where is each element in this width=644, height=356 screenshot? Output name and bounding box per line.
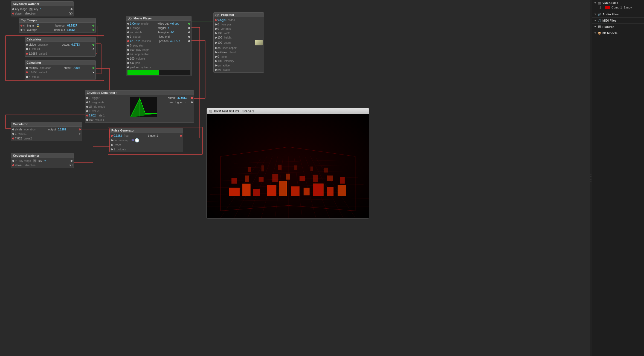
c3-port-out (79, 129, 81, 130)
proj-p10 (215, 60, 217, 62)
pictures-label: Pictures (602, 25, 614, 28)
proj-p7 (215, 47, 217, 49)
projector-node: Projector vid-gpu video 0 horz pos 0 ver… (213, 12, 264, 73)
tt-port-bpm (92, 25, 94, 27)
tt-title: Tap Tempo (19, 18, 95, 23)
env-p5 (86, 115, 88, 116)
3d-models-label: 3D Models (602, 31, 617, 35)
midi-files-section[interactable]: ▼ 🎵 MIDI Files (592, 17, 644, 24)
mp-p3-r (188, 31, 190, 33)
mp-p2-r (188, 27, 190, 29)
svg-rect-58 (291, 186, 300, 196)
svg-rect-56 (267, 185, 276, 196)
3d-models-icon: 📦 (597, 31, 601, 35)
mp-progress (127, 70, 190, 75)
svg-rect-73 (262, 165, 264, 171)
mp-eye-icon (128, 17, 132, 20)
proj-p12 (215, 69, 217, 71)
stage-canvas (207, 114, 369, 218)
kw1-port-1 (12, 8, 14, 10)
mp-title: Movie Player (126, 16, 191, 21)
svg-rect-64 (245, 176, 249, 182)
3d-models-section[interactable]: ▼ 📦 3D Models (592, 30, 644, 36)
mp-p11 (127, 66, 129, 68)
svg-rect-54 (242, 184, 251, 196)
c2-port-out (92, 67, 94, 69)
mp-p1 (127, 23, 129, 25)
svg-rect-77 (324, 168, 328, 173)
env-p2 (86, 101, 88, 103)
svg-rect-63 (231, 178, 237, 184)
svg-rect-57 (279, 181, 287, 196)
env-p4 (86, 110, 88, 112)
snowflake-icon: ❄ (131, 138, 134, 142)
canvas-area: Keyboard Watcher key range N key '' down… (0, 0, 317, 356)
svg-rect-75 (294, 165, 297, 170)
midi-files-icon: 🎵 (597, 19, 601, 22)
svg-rect-74 (278, 165, 282, 170)
svg-rect-60 (313, 184, 324, 196)
c1-port-v1 (26, 48, 28, 50)
video-files-section[interactable]: ▼ 🎬 Video Files 1 Comp 1_1.mov (592, 0, 644, 11)
panel-divider[interactable] (590, 0, 592, 356)
keyboard-watcher-1: Keyboard Watcher key range N key '' down… (11, 1, 74, 16)
kw2-title: Keyboard Watcher (11, 153, 74, 158)
svg-rect-62 (338, 185, 346, 196)
mp-p1-r (188, 23, 190, 25)
mp-p10 (127, 62, 129, 64)
svg-rect-33 (207, 114, 369, 218)
mp-p8 (127, 53, 129, 55)
proj-p3 (215, 28, 217, 30)
calculator-2: Calculator multiply operation output 7.8… (25, 60, 96, 80)
mp-p7 (127, 49, 129, 51)
video-file-item-1: 1 Comp 1_1.mov (594, 5, 642, 10)
c1-port-out (92, 44, 94, 46)
midi-files-label: MIDI Files (602, 19, 616, 22)
video-files-icon: 🎬 (597, 1, 601, 5)
svg-rect-61 (327, 187, 333, 196)
audio-files-triangle: ▼ (594, 13, 596, 16)
svg-marker-31 (130, 98, 157, 117)
file-number: 1 (599, 6, 603, 9)
proj-cam-icon (255, 40, 263, 45)
svg-rect-76 (311, 167, 313, 171)
proj-p5 (215, 37, 217, 39)
audio-files-section[interactable]: ▼ 🔊 Audio Files (592, 11, 644, 17)
stage-close-button[interactable] (209, 110, 212, 113)
svg-rect-72 (248, 167, 251, 172)
calculator-3: Calculator divide operation output 0.128… (11, 122, 82, 141)
c1-port-op (26, 44, 28, 46)
stage-window: BPM test 001.izz : Stage 1 (207, 108, 369, 219)
pulse-p1 (111, 135, 113, 137)
keyboard-watcher-2: Keyboard Watcher 'r' key range N key 'r'… (11, 153, 74, 168)
3d-models-triangle: ▼ (594, 32, 596, 34)
c2-port-op (26, 67, 28, 69)
pictures-section[interactable]: ▼ 🖼 Pictures (592, 24, 644, 30)
kw2-port-2 (12, 164, 14, 166)
pictures-triangle: ▼ (594, 25, 596, 28)
svg-rect-59 (304, 188, 310, 195)
proj-p8 (215, 51, 217, 53)
pulse-p3 (111, 144, 113, 146)
envelope-generator-node: Envelope Generator++ - trigger 1 segment… (85, 90, 194, 123)
audio-files-label: Audio Files (602, 13, 619, 16)
pulse-p4 (111, 148, 113, 150)
pulse-generator-node: Pulse Generator 0.1282 freq trigger 1 - … (109, 128, 183, 152)
svg-rect-67 (286, 174, 290, 180)
clock-icon: 🕐 (135, 138, 139, 142)
proj-p2 (215, 24, 217, 25)
c2-port-v1 (26, 71, 28, 73)
pulse-title: Pulse Generator (110, 128, 183, 133)
tt-port-avg (21, 29, 22, 31)
tt-port-hertz (92, 29, 94, 31)
video-files-triangle: ▼ (594, 2, 596, 4)
calc3-title: Calculator (11, 122, 82, 127)
stage-visualization (207, 114, 369, 218)
svg-rect-65 (259, 177, 264, 182)
c3-port-op (12, 129, 14, 130)
svg-rect-71 (340, 177, 345, 184)
tap-tempo-node: Tap Tempo c trig in ⌛ bpm out 61.5227 4 … (19, 18, 96, 33)
kw2-port-right-1 (71, 160, 72, 162)
kw1-port-right-1 (71, 8, 72, 10)
stage-title: BPM test 001.izz : Stage 1 (214, 109, 254, 113)
